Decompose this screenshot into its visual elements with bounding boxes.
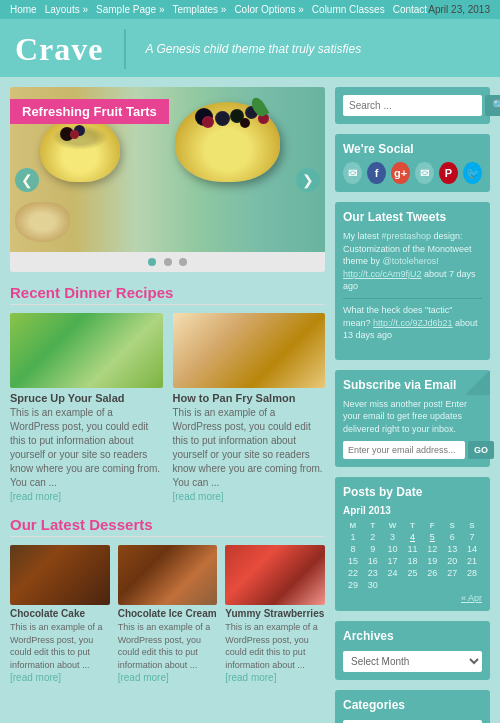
- recipe-title-salad: Spruce Up Your Salad: [10, 392, 163, 404]
- categories-widget: Categories Select Category: [335, 690, 490, 723]
- nav-sample-page[interactable]: Sample Page »: [96, 4, 164, 15]
- read-more-icecream[interactable]: [read more]: [118, 672, 169, 683]
- dot-2[interactable]: [164, 258, 172, 266]
- cal-day today[interactable]: 23: [363, 567, 383, 579]
- cal-day[interactable]: 8: [343, 543, 363, 555]
- social-icon-facebook[interactable]: f: [367, 162, 386, 184]
- cal-day[interactable]: 7: [462, 531, 482, 543]
- cal-day[interactable]: 9: [363, 543, 383, 555]
- search-box: 🔍: [343, 95, 482, 116]
- recipe-card-salmon: How to Pan Fry Salmon This is an example…: [173, 313, 326, 502]
- read-more-salad[interactable]: [read more]: [10, 491, 61, 502]
- tweets-widget: Our Latest Tweets My latest #prestashop …: [335, 202, 490, 360]
- cal-day[interactable]: 15: [343, 555, 363, 567]
- social-icon-mail2[interactable]: ✉: [415, 162, 434, 184]
- tweets-title: Our Latest Tweets: [343, 210, 482, 224]
- slider-label: Refreshing Fruit Tarts: [10, 99, 169, 124]
- subscribe-decoration: [465, 370, 490, 395]
- slider-next-button[interactable]: ❯: [296, 168, 320, 192]
- cal-link[interactable]: 5: [430, 532, 435, 542]
- cal-day[interactable]: 2: [363, 531, 383, 543]
- cal-day[interactable]: 25: [403, 567, 423, 579]
- recipe-grid: Spruce Up Your Salad This is an example …: [10, 313, 325, 502]
- dessert-title-cake: Chocolate Cake: [10, 608, 110, 619]
- search-button[interactable]: 🔍: [485, 95, 500, 116]
- cal-day[interactable]: 4: [403, 531, 423, 543]
- archives-select[interactable]: Select Month: [343, 651, 482, 672]
- recipe-image-salmon: [173, 313, 326, 388]
- tweet-link-2[interactable]: http://t.co/9ZJd6b21: [373, 318, 453, 328]
- cal-day[interactable]: 21: [462, 555, 482, 567]
- subscribe-form: GO: [343, 441, 482, 459]
- social-icon-pinterest[interactable]: P: [439, 162, 458, 184]
- recipe-text-salad: This is an example of a WordPress post, …: [10, 406, 163, 490]
- posts-by-date-title: Posts by Date: [343, 485, 482, 499]
- cal-header-m: M: [343, 520, 363, 531]
- cal-day[interactable]: 26: [422, 567, 442, 579]
- dessert-card-cake: Chocolate Cake This is an example of a W…: [10, 545, 110, 683]
- categories-title: Categories: [343, 698, 482, 712]
- cal-day[interactable]: 6: [442, 531, 462, 543]
- tweet-1: My latest #prestashop design: Customizat…: [343, 230, 482, 299]
- social-icon-twitter[interactable]: 🐦: [463, 162, 482, 184]
- recent-recipes-title: Recent Dinner Recipes: [10, 284, 325, 305]
- read-more-strawberries[interactable]: [read more]: [225, 672, 276, 683]
- dessert-title-strawberries: Yummy Strawberries: [225, 608, 325, 619]
- site-header: Crave A Genesis child theme that truly s…: [0, 19, 500, 77]
- cal-day[interactable]: 1: [343, 531, 363, 543]
- tweet-link-1[interactable]: http://t.co/cAm9fjU2: [343, 269, 422, 279]
- subscribe-widget: Subscribe via Email Never miss another p…: [335, 370, 490, 467]
- tweet-2: What the heck does "tactic" mean? http:/…: [343, 304, 482, 347]
- calendar-more-link[interactable]: « Apr: [343, 593, 482, 603]
- cal-day[interactable]: 18: [403, 555, 423, 567]
- cal-day[interactable]: 29: [343, 579, 363, 591]
- cal-day[interactable]: 19: [422, 555, 442, 567]
- cal-day[interactable]: 24: [383, 567, 403, 579]
- cal-day[interactable]: 20: [442, 555, 462, 567]
- dessert-image-strawberries: [225, 545, 325, 605]
- cal-day[interactable]: 3: [383, 531, 403, 543]
- nav-home[interactable]: Home: [10, 4, 37, 15]
- nav-layouts[interactable]: Layouts »: [45, 4, 88, 15]
- cal-day[interactable]: 27: [442, 567, 462, 579]
- recipe-text-salmon: This is an example of a WordPress post, …: [173, 406, 326, 490]
- cal-day[interactable]: 13: [442, 543, 462, 555]
- cal-day[interactable]: 16: [363, 555, 383, 567]
- cal-day[interactable]: 30: [363, 579, 383, 591]
- nav-color-options[interactable]: Color Options »: [234, 4, 303, 15]
- site-title: Crave: [15, 31, 104, 68]
- tweet-text-1: My latest #prestashop design: Customizat…: [343, 231, 476, 291]
- calendar-widget: Posts by Date April 2013 M T W T F S S: [335, 477, 490, 611]
- slider-prev-button[interactable]: ❮: [15, 168, 39, 192]
- dot-1[interactable]: [148, 258, 156, 266]
- dessert-image-icecream: [118, 545, 218, 605]
- read-more-cake[interactable]: [read more]: [10, 672, 61, 683]
- cal-row-5: 29 30: [343, 579, 482, 591]
- slider-image: Refreshing Fruit Tarts: [10, 87, 325, 252]
- social-icon-googleplus[interactable]: g+: [391, 162, 410, 184]
- cal-day[interactable]: 12: [422, 543, 442, 555]
- categories-select[interactable]: Select Category: [343, 720, 482, 723]
- search-input[interactable]: [343, 95, 482, 116]
- cal-link[interactable]: 4: [410, 532, 415, 542]
- dessert-card-icecream: Chocolate Ice Cream This is an example o…: [118, 545, 218, 683]
- cal-day[interactable]: 22: [343, 567, 363, 579]
- cal-day[interactable]: 10: [383, 543, 403, 555]
- cal-day[interactable]: 5: [422, 531, 442, 543]
- go-button[interactable]: GO: [468, 441, 494, 459]
- cal-day[interactable]: 14: [462, 543, 482, 555]
- nav-templates[interactable]: Templates »: [172, 4, 226, 15]
- nav-contact[interactable]: Contact: [393, 4, 427, 15]
- dessert-title-icecream: Chocolate Ice Cream: [118, 608, 218, 619]
- nav-column-classes[interactable]: Column Classes: [312, 4, 385, 15]
- cal-day[interactable]: 11: [403, 543, 423, 555]
- cal-day[interactable]: 17: [383, 555, 403, 567]
- social-icon-email[interactable]: ✉: [343, 162, 362, 184]
- social-icons: ✉ f g+ ✉ P 🐦: [343, 162, 482, 184]
- recipe-title-salmon: How to Pan Fry Salmon: [173, 392, 326, 404]
- email-input[interactable]: [343, 441, 465, 459]
- cal-day[interactable]: 28: [462, 567, 482, 579]
- recent-recipes-section: Recent Dinner Recipes Spruce Up Your Sal…: [10, 284, 325, 502]
- dot-3[interactable]: [179, 258, 187, 266]
- read-more-salmon[interactable]: [read more]: [173, 491, 224, 502]
